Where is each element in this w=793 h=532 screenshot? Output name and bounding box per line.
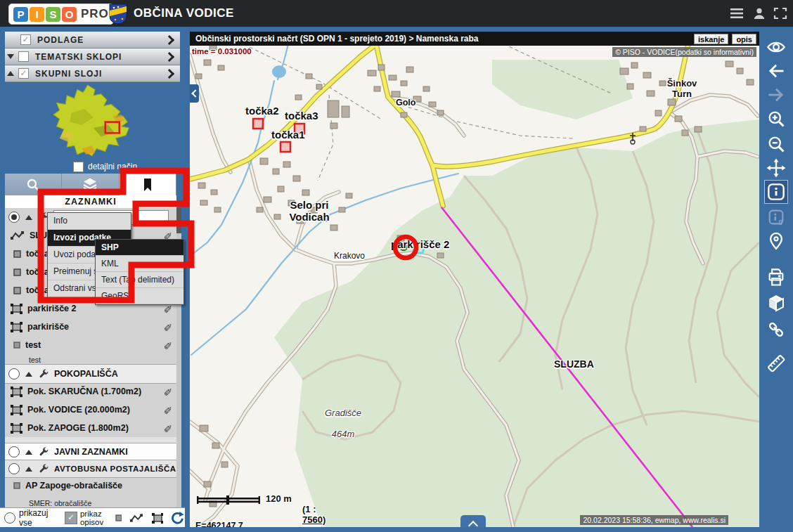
scale-ratio-link[interactable]: 7560 — [302, 514, 323, 525]
bookmark-item-ap-zapoge[interactable]: AP Zapoge-obračališče — [5, 476, 176, 495]
polygon-icon — [11, 405, 22, 415]
edit-icon[interactable]: ✎ — [163, 403, 172, 416]
bookmark-item-zapoge[interactable]: Pok. ZAPOGE (1.800m2) ✎ — [5, 419, 176, 437]
collapse-up-icon[interactable] — [25, 215, 32, 220]
group-info-icon[interactable]: g — [766, 207, 786, 227]
map-title-bar: Občinski prostorski načrt (SD OPN 1 - sp… — [190, 32, 759, 46]
panel-label: TEMATSKI SKLOPI — [35, 52, 122, 62]
edit-icon[interactable]: ✎ — [163, 320, 172, 333]
bookmark-item-skarucna[interactable]: Pok. SKARUČNA (1.700m2) ✎ — [5, 382, 176, 401]
panel-bar-podlage[interactable]: ✓ PODLAGE — [5, 32, 180, 48]
info-icon — [765, 181, 787, 203]
point-icon — [13, 482, 20, 489]
podlage-checkbox[interactable]: ✓ — [20, 34, 31, 45]
scrollbar-thumb[interactable] — [176, 208, 181, 233]
identify-info-button[interactable] — [765, 181, 787, 203]
scale-distance: 120 m — [266, 493, 292, 504]
map-attribution: © PISO - VODICE(podatki so informativni) — [612, 47, 756, 57]
print-icon[interactable] — [766, 268, 786, 287]
visibility-eye-icon[interactable] — [766, 37, 786, 57]
skupni-checkbox[interactable]: ✓ — [18, 68, 29, 79]
3d-cube-icon[interactable] — [766, 293, 786, 313]
point-icon — [13, 268, 21, 276]
back-arrow-icon[interactable] — [766, 61, 786, 81]
polygon-tool-icon[interactable] — [152, 513, 163, 524]
polyline-tool-icon[interactable] — [130, 513, 143, 523]
submenu-item-shp[interactable]: SHP — [96, 240, 183, 256]
share-link-icon[interactable] — [766, 320, 786, 339]
group-radio[interactable] — [8, 368, 20, 379]
edit-icon[interactable]: ✎ — [163, 422, 172, 434]
refresh-icon[interactable] — [170, 511, 185, 525]
group-radio[interactable] — [8, 446, 20, 458]
tab-layers[interactable] — [62, 174, 119, 195]
description-button[interactable]: opis — [732, 34, 756, 44]
collapse-down-icon[interactable] — [7, 54, 14, 59]
bookmark-item-parkirisce[interactable]: parkirišče ✎ — [5, 318, 176, 336]
menu-icon[interactable] — [730, 7, 744, 20]
submenu-item-georss[interactable]: GeoRSS — [96, 288, 183, 304]
export-submenu: SHP KML Text (Tab delimited) GeoRSS — [95, 239, 184, 305]
bookmark-group-pokopalisca[interactable]: POKOPALIŠČA — [5, 364, 176, 384]
group-radio[interactable] — [8, 212, 20, 223]
tab-search[interactable] — [5, 174, 62, 195]
sidebar-collapse-tab[interactable] — [190, 84, 199, 103]
zoom-out-icon[interactable] — [766, 134, 786, 154]
logo-suffix: PRO — [81, 7, 109, 21]
logo-letter: S — [46, 7, 60, 22]
bookmark-group-avtobusna[interactable]: AVTOBUSNA POSTAJALIŠČA — [5, 460, 176, 478]
municipality-coat-of-arms — [109, 4, 127, 25]
svg-text:g: g — [779, 218, 783, 225]
pan-move-icon[interactable] — [766, 158, 786, 178]
bookmark-item-vodice[interactable]: Pok. VODICE (20.000m2) ✎ — [5, 401, 176, 419]
show-desc-checkbox[interactable]: ✓ — [65, 512, 77, 524]
map-label-krakovo: Krakovo — [334, 251, 365, 261]
tools-wrench-icon[interactable] — [38, 463, 49, 474]
map-timestamp: 20.02.2023 15:58:36, ewmap, www.realis.s… — [580, 515, 728, 525]
collapse-up-icon[interactable] — [7, 71, 14, 76]
edit-icon[interactable]: ✎ — [163, 385, 172, 398]
bookmark-group-javni[interactable]: JAVNI ZAZNAMKI — [5, 443, 176, 461]
chevron-right-icon — [165, 52, 174, 62]
collapse-up-icon[interactable] — [25, 372, 32, 377]
bookmark-item-test[interactable]: test ✎ — [5, 336, 176, 354]
map-canvas[interactable]: time = 0.031000 točka2 točka3 točka1 Gol… — [190, 32, 759, 532]
search-button[interactable]: iskanje — [694, 34, 728, 44]
collapse-up-icon[interactable] — [25, 467, 32, 472]
user-icon[interactable] — [752, 7, 766, 20]
polyline-icon — [11, 231, 25, 240]
submenu-item-kml[interactable]: KML — [96, 256, 183, 272]
piso-logo[interactable]: P I S O PRO — [8, 4, 114, 25]
tools-wrench-icon[interactable] — [38, 446, 49, 458]
tab-bookmarks[interactable] — [120, 174, 176, 195]
map-label-sluzba: SLUZBA — [554, 358, 594, 370]
show-all-radio[interactable] — [4, 512, 15, 524]
point-tool-icon[interactable] — [115, 514, 122, 521]
map-label-sinkov-turn: Šinkov Turn — [660, 78, 704, 99]
location-pin-icon[interactable] — [766, 231, 786, 251]
panel-label: PODLAGE — [37, 35, 84, 45]
collapse-up-icon[interactable] — [25, 450, 32, 455]
overview-map[interactable] — [0, 82, 185, 160]
forward-arrow-icon[interactable] — [766, 85, 786, 105]
edit-icon[interactable]: ✎ — [163, 339, 172, 351]
tools-wrench-icon[interactable] — [38, 368, 49, 379]
chevron-left-icon — [191, 89, 199, 97]
app-header: P I S O PRO OBČINA VODICE — [0, 0, 793, 27]
layers-icon — [82, 177, 98, 193]
panel-bar-skupni[interactable]: ✓ SKUPNI SLOJI — [5, 65, 180, 82]
detail-mode-checkbox[interactable]: ✓ — [73, 162, 84, 172]
search-icon — [25, 177, 41, 193]
tematski-checkbox[interactable]: ✓ — [18, 51, 29, 62]
group-radio[interactable] — [8, 463, 20, 474]
fullscreen-icon[interactable] — [773, 7, 787, 20]
zoom-in-icon[interactable] — [766, 109, 786, 129]
detail-mode-row[interactable]: ✓ detajlni način — [0, 160, 185, 174]
panel-bar-tematski[interactable]: ✓ TEMATSKI SKLOPI — [5, 48, 180, 65]
submenu-item-text[interactable]: Text (Tab delimited) — [96, 272, 183, 288]
measure-ruler-icon[interactable] — [766, 353, 786, 373]
list-spacer — [5, 437, 176, 443]
bookmark-icon — [140, 177, 155, 193]
detail-mode-label: detajlni način — [88, 162, 137, 171]
menu-item-info[interactable]: Info — [48, 213, 131, 230]
